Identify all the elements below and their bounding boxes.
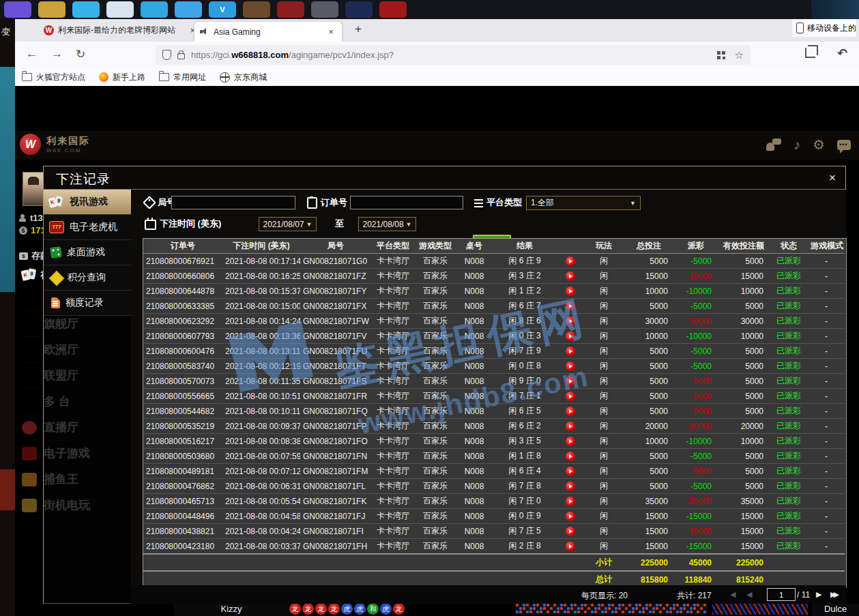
cell: 5000 [624,344,674,359]
prev-page-button[interactable]: ◀ [746,590,752,599]
play-icon[interactable] [566,332,575,341]
undo-icon[interactable]: ↶ [837,46,847,61]
replay-button[interactable] [557,344,584,359]
play-icon[interactable] [566,497,575,506]
back-button[interactable]: ← [26,47,38,61]
app-icon-tower-game-app[interactable] [38,1,65,18]
platform-select[interactable]: 1.全部 ▼ [526,196,641,210]
new-tab-button[interactable]: + [351,23,366,36]
menu-item-桌面游戏[interactable]: 桌面游戏 [44,240,131,265]
last-page-button[interactable]: ▶▶ [830,590,836,599]
bookmark-star-icon[interactable]: ☆ [735,49,744,61]
replay-button[interactable] [557,464,584,479]
play-icon[interactable] [566,362,575,371]
bookmark-item[interactable]: 新手上路 [99,72,145,83]
play-icon[interactable] [566,272,575,281]
app-icon-game-app-2[interactable] [277,1,304,18]
app-icon-music-app[interactable] [4,1,31,18]
order-input[interactable] [350,196,463,209]
replay-button[interactable] [557,509,584,524]
reload-button[interactable]: ↻ [76,47,85,61]
app-icon-v-app[interactable]: V [209,1,236,18]
forward-button[interactable]: → [51,47,63,61]
replay-button[interactable] [557,329,584,344]
replay-button[interactable] [557,269,584,284]
replay-button[interactable] [557,299,584,314]
app-icon-phone-app[interactable] [106,1,134,18]
roadmap-dot [700,607,703,610]
play-icon[interactable] [566,512,575,521]
replay-button[interactable] [557,254,584,269]
cell: -5000 [674,359,718,374]
page-number-input[interactable] [767,588,796,601]
replay-button[interactable] [557,389,584,404]
play-icon[interactable] [566,256,575,266]
play-icon[interactable] [566,542,575,551]
replay-button[interactable] [557,404,584,419]
lock-icon[interactable] [177,53,185,59]
tab-asia-gaming[interactable]: Asia Gaming × [194,21,343,42]
bookmark-item[interactable]: 京东商城 [220,72,267,83]
replay-button[interactable] [557,494,584,509]
replay-button[interactable] [557,539,584,555]
replay-button[interactable] [557,524,584,539]
play-icon[interactable] [566,527,575,536]
replay-button[interactable] [557,374,584,389]
date-from-select[interactable]: 2021/08/07 ▼ [259,217,317,231]
audio-speaker-icon[interactable] [200,28,209,35]
replay-button[interactable] [557,449,584,464]
app-icon-game-app-3[interactable] [311,1,338,18]
app-icon-bag-app[interactable] [175,1,202,18]
gear-icon[interactable]: ⚙ [813,137,825,152]
menu-item-视讯游戏[interactable]: K9视讯游戏 [44,190,131,215]
replay-button[interactable] [557,314,584,329]
play-icon[interactable] [566,317,575,326]
roadmap-dot [625,611,628,613]
next-page-button[interactable]: ▶ [816,590,821,599]
tab-w66[interactable]: W 利来国际-最给力的老牌博彩网站 × [40,19,202,42]
app-icon-cat-app[interactable] [72,1,100,18]
round-input[interactable] [171,196,295,209]
cell: 15000 [624,524,674,539]
bookmark-mobile[interactable]: 移动设备上的 [792,19,856,37]
replay-button[interactable] [557,419,584,434]
play-icon[interactable] [566,377,575,386]
menu-item-电子老虎机[interactable]: 777电子老虎机 [44,215,131,240]
replay-button[interactable] [557,359,584,374]
replay-button[interactable] [557,434,584,449]
tracking-shield-icon[interactable] [162,50,171,60]
app-icon-game-app-4[interactable] [345,1,373,18]
app-icon-whale-app[interactable] [141,1,168,18]
play-icon[interactable] [566,467,575,476]
chat-bubble-icon[interactable] [837,140,851,150]
user-avatar[interactable] [23,172,45,206]
replay-button[interactable] [557,284,584,299]
bookmark-item[interactable]: 火狐官方站点 [22,72,85,83]
screenshot-icon[interactable] [805,48,815,58]
first-page-button[interactable]: ◀ [730,590,736,599]
play-icon[interactable] [566,437,575,446]
qr-code-icon[interactable] [717,51,725,59]
play-icon[interactable] [566,347,575,356]
play-icon[interactable] [566,407,575,416]
customer-service-icon[interactable] [766,138,781,151]
play-icon[interactable] [566,452,575,461]
music-icon[interactable]: ♪ [794,137,800,152]
replay-button[interactable] [557,479,584,494]
address-bar[interactable]: https://gci.w668818.com/agingame/pcv1/in… [156,45,751,65]
bookmark-item[interactable]: 常用网址 [159,72,206,83]
app-icon-game-app-1[interactable] [243,1,270,18]
table-row: 2108080006448782021-08-08 00:15:37GN0082… [143,284,845,299]
menu-item-积分查询[interactable]: 积分查询 [44,265,131,291]
play-icon[interactable] [566,287,575,296]
play-icon[interactable] [566,302,575,311]
menu-item-额度记录[interactable]: 额度记录 [44,291,131,316]
date-to-select[interactable]: 2021/08/08 ▼ [358,217,416,231]
play-icon[interactable] [566,482,575,491]
site-logo[interactable]: W 利来国际 W66.COM [20,134,90,155]
play-icon[interactable] [566,392,575,401]
app-icon-game-app-5[interactable] [379,1,407,18]
tab-close-icon[interactable]: × [325,27,336,37]
play-icon[interactable] [566,422,575,431]
modal-close-icon[interactable]: × [829,171,836,185]
